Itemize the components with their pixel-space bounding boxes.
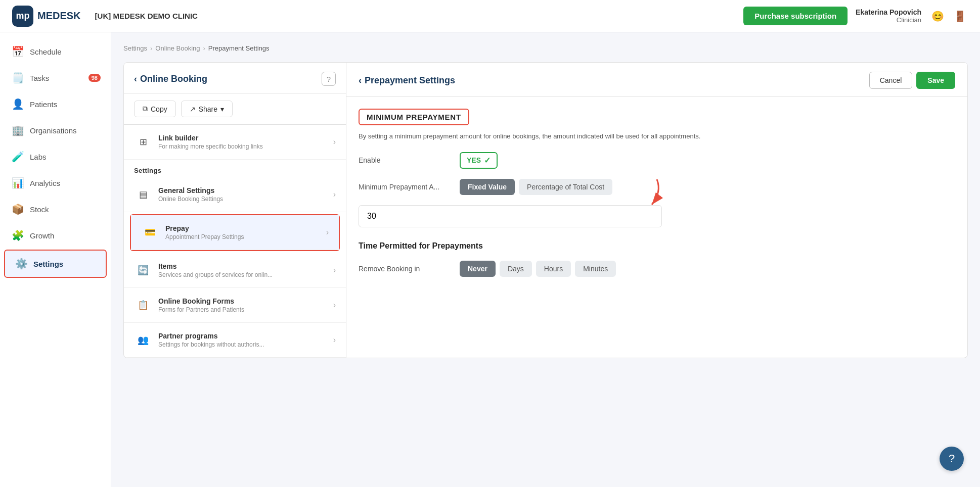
partner-programs-icon: 👥 <box>134 331 152 349</box>
minutes-button[interactable]: Minutes <box>575 261 616 277</box>
labs-icon: 🧪 <box>12 151 24 163</box>
clinic-name: [UK] MEDESK DEMO CLINIC <box>95 12 198 20</box>
sidebar-item-growth[interactable]: 🧩 Growth <box>0 222 111 249</box>
left-panel-title-text: Online Booking <box>140 74 207 84</box>
logo[interactable]: mp MEDESK <box>12 6 81 27</box>
items-sub: Services and groups of services for onli… <box>158 271 333 278</box>
partner-programs-sub: Settings for bookings without authoris..… <box>158 341 333 348</box>
copy-button[interactable]: ⧉ Copy <box>134 101 176 117</box>
top-header: mp MEDESK [UK] MEDESK DEMO CLINIC Purcha… <box>0 0 980 32</box>
prepay-content: Prepay Appointment Prepay Settings <box>165 224 326 240</box>
value-input-container <box>359 205 672 227</box>
right-panel: ‹ Prepayment Settings Cancel Save MINIMU… <box>346 63 967 358</box>
settings-nav-icon: ⚙️ <box>15 258 27 270</box>
header-right: Purchase subscription Ekaterina Popovich… <box>743 7 968 25</box>
breadcrumb-settings[interactable]: Settings <box>123 44 147 52</box>
link-builder-icon: ⊞ <box>134 133 152 151</box>
hours-button[interactable]: Hours <box>536 261 571 277</box>
min-prepayment-control: Fixed Value Percentage of Total Cost <box>460 179 612 195</box>
link-builder-content: Link builder For making more specific bo… <box>158 134 333 150</box>
sidebar-item-analytics[interactable]: 📊 Analytics <box>0 170 111 196</box>
logout-icon[interactable]: 🚪 <box>952 8 968 24</box>
sidebar-item-labs[interactable]: 🧪 Labs <box>0 143 111 170</box>
general-settings-title: General Settings <box>158 186 333 194</box>
save-button[interactable]: Save <box>916 72 955 89</box>
online-booking-title: ‹ Online Booking <box>134 74 207 84</box>
online-booking-forms-title: Online Booking Forms <box>158 297 333 305</box>
purchase-subscription-button[interactable]: Purchase subscription <box>743 7 848 25</box>
breadcrumb-online-booking[interactable]: Online Booking <box>155 44 200 52</box>
prepayment-settings-title: ‹ Prepayment Settings <box>359 75 455 86</box>
growth-icon: 🧩 <box>12 229 24 241</box>
sidebar-item-organisations[interactable]: 🏢 Organisations <box>0 117 111 143</box>
share-button[interactable]: ↗ Share ▾ <box>181 101 233 117</box>
back-arrow-icon[interactable]: ‹ <box>134 74 137 84</box>
enable-control: YES ✓ <box>460 152 498 169</box>
breadcrumb: Settings › Online Booking › Prepayment S… <box>123 44 968 52</box>
general-settings-sub: Online Booking Settings <box>158 196 333 203</box>
sidebar: 📅 Schedule 🗒️ Tasks 98 👤 Patients 🏢 Orga… <box>0 32 111 487</box>
minimum-prepayment-section-box: MINIMUM PREPAYMENT <box>359 109 469 125</box>
general-settings-arrow: › <box>333 190 336 199</box>
min-prepayment-amount-row: Minimum Prepayment A... Fixed Value Perc… <box>359 179 955 195</box>
stock-icon: 📦 <box>12 203 24 215</box>
sidebar-item-label: Schedule <box>30 47 62 56</box>
enable-yes-toggle[interactable]: YES ✓ <box>460 152 498 169</box>
sidebar-item-label: Settings <box>33 260 63 268</box>
copy-label: Copy <box>151 105 167 113</box>
sidebar-item-label: Patients <box>30 100 57 109</box>
menu-item-prepay[interactable]: 💳 Prepay Appointment Prepay Settings › <box>131 215 339 250</box>
minimum-prepayment-title: MINIMUM PREPAYMENT <box>367 113 461 121</box>
prepay-arrow: › <box>326 228 329 237</box>
sidebar-item-label: Labs <box>30 153 47 161</box>
floating-help-button[interactable]: ? <box>940 447 964 471</box>
online-booking-forms-content: Online Booking Forms Forms for Partners … <box>158 297 333 313</box>
analytics-icon: 📊 <box>12 177 24 189</box>
link-builder-title: Link builder <box>158 134 333 142</box>
logo-icon-text: mp <box>16 11 30 21</box>
cancel-button[interactable]: Cancel <box>869 72 913 89</box>
share-chevron-icon: ▾ <box>220 105 224 113</box>
user-info: Ekaterina Popovich Clinician <box>856 8 921 24</box>
prepayment-value-input[interactable] <box>359 206 661 227</box>
left-panel: ‹ Online Booking ? ⧉ Copy ↗ Share ▾ <box>124 63 346 358</box>
prepay-icon: 💳 <box>141 223 159 241</box>
check-icon: ✓ <box>484 156 491 165</box>
header-icons: 😊 🚪 <box>929 8 968 24</box>
enable-field-row: Enable YES ✓ <box>359 152 955 169</box>
sidebar-item-settings[interactable]: ⚙️ Settings <box>4 250 107 278</box>
copy-icon: ⧉ <box>143 105 148 113</box>
right-back-arrow-icon[interactable]: ‹ <box>359 75 362 86</box>
prepay-sub: Appointment Prepay Settings <box>165 233 326 240</box>
items-arrow: › <box>333 266 336 275</box>
fixed-value-button[interactable]: Fixed Value <box>460 179 515 195</box>
settings-icon[interactable]: 😊 <box>929 8 946 24</box>
minimum-prepayment-description: By setting a minimum prepayment amount f… <box>359 131 955 142</box>
percentage-total-cost-button[interactable]: Percentage of Total Cost <box>519 179 612 195</box>
user-name: Ekaterina Popovich <box>856 8 921 16</box>
sidebar-item-schedule[interactable]: 📅 Schedule <box>0 38 111 65</box>
help-icon-button[interactable]: ? <box>322 72 336 86</box>
menu-item-general-settings[interactable]: ▤ General Settings Online Booking Settin… <box>124 177 346 212</box>
menu-item-partner-programs[interactable]: 👥 Partner programs Settings for bookings… <box>124 323 346 358</box>
sidebar-item-tasks[interactable]: 🗒️ Tasks 98 <box>0 65 111 91</box>
left-panel-actions: ⧉ Copy ↗ Share ▾ <box>124 93 346 125</box>
never-button[interactable]: Never <box>460 261 496 277</box>
menu-item-prepay-wrapper: 💳 Prepay Appointment Prepay Settings › <box>130 214 340 251</box>
menu-item-link-builder[interactable]: ⊞ Link builder For making more specific … <box>124 125 346 160</box>
share-label: Share <box>199 105 217 113</box>
days-button[interactable]: Days <box>500 261 532 277</box>
schedule-icon: 📅 <box>12 45 24 58</box>
menu-item-items[interactable]: 🔄 Items Services and groups of services … <box>124 253 346 288</box>
min-prepayment-label: Minimum Prepayment A... <box>359 183 460 191</box>
partner-programs-content: Partner programs Settings for bookings w… <box>158 332 333 348</box>
sidebar-item-stock[interactable]: 📦 Stock <box>0 196 111 222</box>
partner-programs-title: Partner programs <box>158 332 333 340</box>
right-panel-header: ‹ Prepayment Settings Cancel Save <box>346 63 967 96</box>
tasks-icon: 🗒️ <box>12 72 24 84</box>
time-permitted-title: Time Permitted for Prepayments <box>359 241 955 251</box>
sidebar-item-patients[interactable]: 👤 Patients <box>0 91 111 117</box>
online-booking-forms-icon: 📋 <box>134 296 152 314</box>
menu-item-online-booking-forms[interactable]: 📋 Online Booking Forms Forms for Partner… <box>124 288 346 323</box>
enable-label: Enable <box>359 156 460 164</box>
